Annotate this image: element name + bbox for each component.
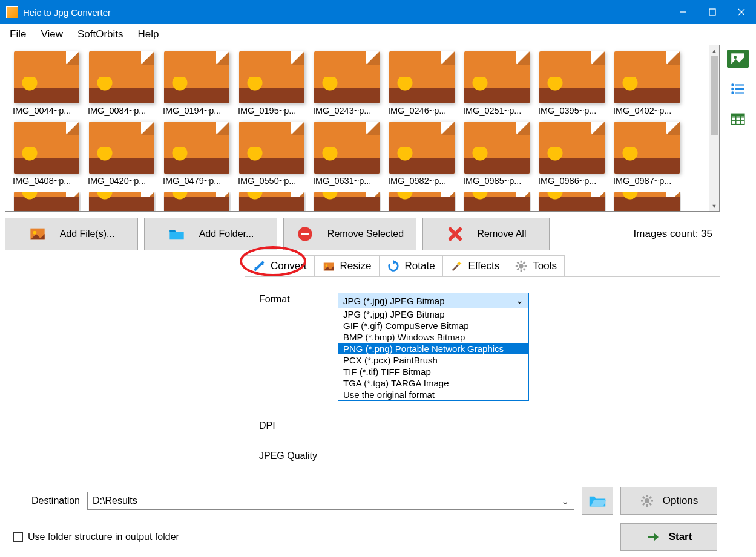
remove-selected-label: Remove Selected — [327, 229, 404, 239]
resize-icon — [322, 259, 335, 273]
thumbnail-item[interactable] — [613, 192, 681, 212]
thumbnail-item[interactable] — [88, 192, 156, 212]
scroll-up-icon[interactable]: ▲ — [709, 45, 719, 56]
thumbnail-label: IMG_0044~p... — [13, 103, 81, 119]
format-option[interactable]: PCX (*.pcx) PaintBrush — [338, 354, 528, 366]
titlebar: Heic to Jpg Converter — [0, 0, 756, 24]
close-button[interactable] — [727, 0, 756, 24]
thumbnail-item[interactable] — [238, 192, 306, 212]
add-files-button[interactable]: Add File(s)... — [5, 218, 138, 250]
thumbnail-item[interactable]: IMG_0982~p... — [388, 122, 456, 189]
menu-file[interactable]: File — [2, 25, 33, 44]
thumbnail-item[interactable]: IMG_0395~p... — [538, 51, 606, 119]
format-combo[interactable]: JPG (*.jpg) JPEG Bitmap ⌄ JPG (*.jpg) JP… — [338, 293, 529, 401]
thumbnail-item[interactable]: IMG_0985~p... — [463, 122, 531, 189]
thumbnail-item[interactable]: IMG_0479~p... — [163, 122, 231, 189]
image-file-icon — [239, 192, 304, 212]
thumbnail-label: IMG_0251~p... — [463, 103, 531, 119]
tab-tools-label: Tools — [533, 260, 557, 272]
scroll-down-icon[interactable]: ▼ — [709, 201, 719, 211]
thumbnail-item[interactable] — [538, 192, 606, 212]
remove-all-button[interactable]: Remove All — [422, 218, 550, 250]
tab-rotate[interactable]: Rotate — [380, 255, 443, 276]
svg-point-31 — [731, 88, 734, 90]
view-list-button[interactable] — [727, 80, 749, 98]
scrollbar-handle[interactable] — [711, 56, 718, 135]
thumbnail-item[interactable]: IMG_0408~p... — [13, 122, 81, 189]
image-file-icon — [89, 51, 154, 103]
thumbnail-item[interactable] — [313, 192, 381, 212]
thumbnail-item[interactable]: IMG_0987~p... — [613, 122, 681, 189]
thumbnail-item[interactable]: IMG_0195~p... — [238, 51, 306, 119]
tab-effects[interactable]: Effects — [443, 255, 508, 276]
image-icon — [28, 225, 47, 243]
remove-selected-button[interactable]: Remove Selected — [283, 218, 416, 250]
tab-tools[interactable]: Tools — [507, 255, 565, 276]
thumbnail-item[interactable]: IMG_0631~p... — [313, 122, 381, 189]
image-file-icon — [89, 192, 154, 212]
format-option[interactable]: GIF (*.gif) CompuServe Bitmap — [338, 320, 528, 331]
view-thumbnails-button[interactable] — [727, 50, 749, 68]
format-option[interactable]: BMP (*.bmp) Windows Bitmap — [338, 331, 528, 343]
thumbnail-item[interactable]: IMG_0044~p... — [13, 51, 81, 119]
view-grid-button[interactable] — [727, 110, 749, 128]
image-icon — [730, 51, 746, 66]
menu-view[interactable]: View — [33, 25, 70, 44]
start-arrow-icon — [646, 530, 660, 544]
thumbnail-panel: IMG_0044~p...IMG_0084~p...IMG_0194~p...I… — [5, 45, 720, 212]
format-selected[interactable]: JPG (*.jpg) JPEG Bitmap ⌄ — [338, 293, 529, 308]
svg-line-27 — [643, 503, 645, 505]
thumbnail-item[interactable]: IMG_0084~p... — [88, 51, 156, 119]
thumbnail-item[interactable] — [388, 192, 456, 212]
thumbnail-label: IMG_0987~p... — [613, 174, 681, 189]
image-file-icon — [314, 122, 380, 174]
view-mode-toolbar — [725, 45, 756, 557]
thumbnail-item[interactable]: IMG_0243~p... — [313, 51, 381, 119]
svg-rect-7 — [301, 233, 309, 235]
format-option[interactable]: TGA (*.tga) TARGA Image — [338, 377, 528, 389]
destination-combo[interactable]: D:\Results ⌄ — [87, 492, 574, 510]
svg-rect-35 — [735, 92, 744, 93]
effects-icon — [450, 259, 464, 273]
menu-softorbits[interactable]: SoftOrbits — [70, 25, 131, 44]
thumbnail-item[interactable]: IMG_0986~p... — [538, 122, 606, 189]
list-icon — [730, 82, 746, 96]
image-file-icon — [314, 192, 380, 212]
format-label: Format — [259, 293, 338, 305]
tab-resize[interactable]: Resize — [315, 255, 380, 276]
thumbnail-label: IMG_0194~p... — [163, 103, 231, 119]
thumbnail-item[interactable] — [13, 192, 81, 212]
minimize-button[interactable] — [669, 0, 698, 24]
format-option[interactable]: TIF (*.tif) TIFF Bitmap — [338, 366, 528, 377]
convert-icon — [252, 259, 266, 273]
use-folder-structure-checkbox[interactable]: Use folder structure in output folder — [13, 532, 179, 542]
start-label: Start — [669, 531, 692, 543]
menu-help[interactable]: Help — [131, 25, 166, 44]
format-dropdown-list[interactable]: JPG (*.jpg) JPEG BitmapGIF (*.gif) Compu… — [338, 308, 529, 401]
options-button[interactable]: Options — [620, 487, 717, 515]
thumbnail-item[interactable] — [463, 192, 531, 212]
image-file-icon — [14, 122, 79, 174]
thumbnail-item[interactable] — [163, 192, 231, 212]
add-folder-button[interactable]: Add Folder... — [144, 218, 277, 250]
thumbnail-item[interactable]: IMG_0402~p... — [613, 51, 681, 119]
thumbnail-label: IMG_0550~p... — [238, 174, 306, 189]
thumbnail-item[interactable]: IMG_0246~p... — [388, 51, 456, 119]
checkbox-box[interactable] — [13, 532, 23, 542]
browse-folder-button[interactable] — [582, 487, 613, 515]
thumbnail-label: IMG_0479~p... — [163, 174, 231, 189]
tab-convert[interactable]: Convert — [245, 255, 315, 276]
thumbnail-grid: IMG_0044~p...IMG_0084~p...IMG_0194~p...I… — [13, 51, 712, 212]
thumbnail-item[interactable]: IMG_0194~p... — [163, 51, 231, 119]
format-option[interactable]: PNG (*.png) Portable Network Graphics — [338, 343, 528, 354]
menubar: File View SoftOrbits Help — [0, 24, 756, 45]
thumbnail-item[interactable]: IMG_0550~p... — [238, 122, 306, 189]
svg-point-5 — [33, 231, 36, 235]
scrollbar-vertical[interactable]: ▲ ▼ — [709, 45, 719, 211]
format-option[interactable]: JPG (*.jpg) JPEG Bitmap — [338, 308, 528, 320]
start-button[interactable]: Start — [620, 523, 717, 551]
format-option[interactable]: Use the original format — [338, 389, 528, 400]
maximize-button[interactable] — [698, 0, 727, 24]
thumbnail-item[interactable]: IMG_0251~p... — [463, 51, 531, 119]
thumbnail-item[interactable]: IMG_0420~p... — [88, 122, 156, 189]
